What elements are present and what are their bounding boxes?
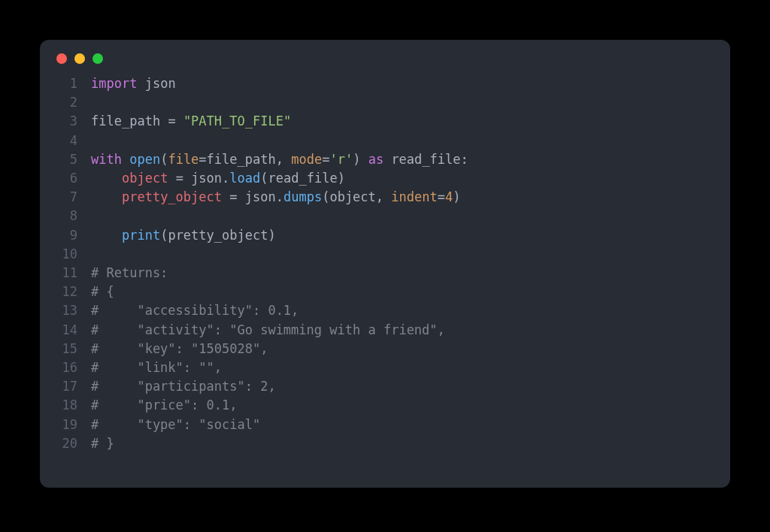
code-line: 11 # Returns: — [40, 264, 730, 283]
line-number: 5 — [40, 150, 91, 169]
builtin-print: print — [122, 226, 160, 245]
comment: # "activity": "Go swimming with a friend… — [91, 321, 445, 340]
code-line: 17 # "participants": 2, — [40, 377, 730, 396]
string-literal: "PATH_TO_FILE" — [183, 112, 291, 131]
code-line: 18 # "price": 0.1, — [40, 396, 730, 415]
code-line: 5 with open(file=file_path, mode='r') as… — [40, 150, 730, 169]
method-load: load — [229, 169, 260, 188]
line-number: 17 — [40, 377, 91, 396]
minimize-icon[interactable] — [74, 53, 85, 64]
line-number: 11 — [40, 264, 91, 283]
line-number: 8 — [40, 207, 91, 225]
window-titlebar — [40, 40, 730, 71]
line-number: 3 — [40, 112, 91, 131]
keyword-as: as — [368, 150, 383, 169]
line-number: 13 — [40, 301, 91, 320]
variable: pretty_object — [122, 188, 222, 207]
code-window: 1 import json 2 3 file_path = "PATH_TO_F… — [40, 40, 730, 488]
line-number: 18 — [40, 396, 91, 415]
method-dumps: dumps — [283, 188, 322, 207]
line-number: 4 — [40, 131, 91, 150]
comment: # { — [91, 283, 114, 301]
code-line: 6 object = json.load(read_file) — [40, 169, 730, 188]
number-literal: 4 — [445, 188, 453, 207]
line-number: 10 — [40, 245, 91, 264]
comment: # "link": "", — [91, 358, 222, 377]
variable: read_file — [391, 150, 460, 169]
zoom-icon[interactable] — [92, 53, 103, 64]
comment: # } — [91, 434, 114, 453]
comment: # Returns: — [91, 264, 168, 283]
kwarg-indent: indent — [391, 188, 437, 207]
keyword-with: with — [91, 150, 122, 169]
kwarg-mode: mode — [291, 150, 322, 169]
code-line: 8 — [40, 207, 730, 225]
module-json: json — [145, 74, 176, 93]
code-editor: 1 import json 2 3 file_path = "PATH_TO_F… — [40, 71, 730, 453]
code-line: 20 # } — [40, 434, 730, 453]
comment: # "price": 0.1, — [91, 396, 237, 415]
code-line: 2 — [40, 93, 730, 112]
line-number: 20 — [40, 434, 91, 453]
code-line: 16 # "link": "", — [40, 358, 730, 377]
code-line: 12 # { — [40, 283, 730, 301]
close-icon[interactable] — [56, 53, 67, 64]
comment: # "type": "social" — [91, 416, 260, 434]
line-number: 12 — [40, 283, 91, 301]
comment: # "participants": 2, — [91, 377, 276, 396]
code-line: 4 — [40, 131, 730, 150]
line-number: 16 — [40, 358, 91, 377]
code-line: 14 # "activity": "Go swimming with a fri… — [40, 321, 730, 340]
keyword-import: import — [91, 74, 137, 93]
line-number: 19 — [40, 416, 91, 434]
line-number: 15 — [40, 340, 91, 358]
line-number: 7 — [40, 188, 91, 207]
line-number: 9 — [40, 226, 91, 245]
kwarg-file: file — [168, 150, 199, 169]
line-number: 1 — [40, 74, 91, 93]
code-line: 9 print(pretty_object) — [40, 226, 730, 245]
line-number: 6 — [40, 169, 91, 188]
code-line: 10 — [40, 245, 730, 264]
comment: # "key": "1505028", — [91, 340, 268, 358]
code-line: 13 # "accessibility": 0.1, — [40, 301, 730, 320]
string-literal: 'r' — [329, 150, 353, 169]
comment: # "accessibility": 0.1, — [91, 301, 299, 320]
builtin-open: open — [129, 150, 160, 169]
variable: file_path — [91, 112, 160, 131]
code-line: 3 file_path = "PATH_TO_FILE" — [40, 112, 730, 131]
line-number: 2 — [40, 93, 91, 112]
code-line: 19 # "type": "social" — [40, 416, 730, 434]
code-line: 7 pretty_object = json.dumps(object, ind… — [40, 188, 730, 207]
line-number: 14 — [40, 321, 91, 340]
variable: object — [122, 169, 168, 188]
code-line: 15 # "key": "1505028", — [40, 340, 730, 358]
code-line: 1 import json — [40, 74, 730, 93]
